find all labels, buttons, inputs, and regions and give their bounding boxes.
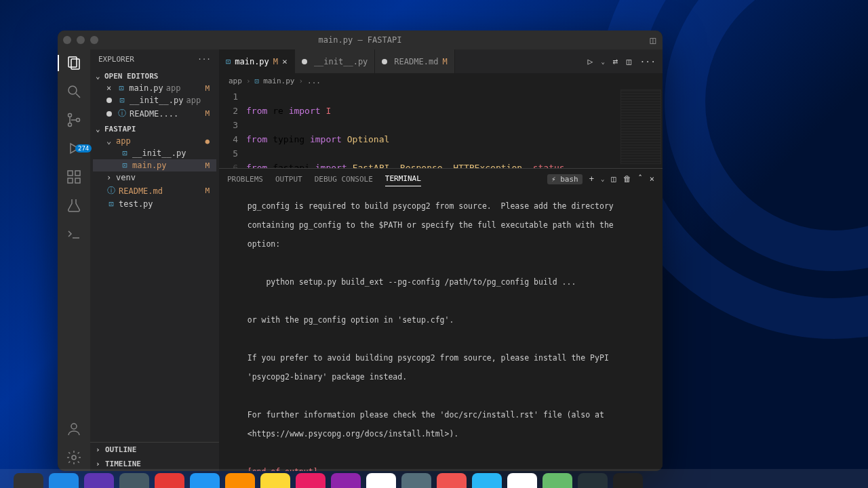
panel: PROBLEMS OUTPUT DEBUG CONSOLE TERMINAL ⚡… <box>219 168 663 471</box>
svg-line-3 <box>76 94 80 98</box>
split-icon[interactable]: ◫ <box>627 56 632 66</box>
svg-point-14 <box>72 455 76 460</box>
editor-area: ⊡ main.py M × __init__.py README.md M ▷ … <box>219 49 663 471</box>
dock-app[interactable] <box>14 473 43 488</box>
layout-toggle-icon[interactable]: ◫ <box>650 35 656 45</box>
sidebar: EXPLORER ··· ⌄OPEN EDITORS × ⊡ main.py a… <box>90 49 219 471</box>
svg-point-2 <box>68 86 77 94</box>
source-control-icon[interactable] <box>66 112 82 128</box>
python-file-icon: ⊡ <box>117 83 126 93</box>
close-icon[interactable]: × <box>282 56 288 66</box>
dock-app[interactable] <box>613 473 643 488</box>
sidebar-more-icon[interactable]: ··· <box>197 55 211 64</box>
dock-app[interactable] <box>296 473 326 488</box>
vscode-window: main.py — FASTAPI ◫ 274 EXPLORER ··· ⌄OP… <box>58 30 663 471</box>
titlebar[interactable]: main.py — FASTAPI ◫ <box>58 30 663 49</box>
python-file-icon: ⊡ <box>120 148 130 158</box>
zoom-icon[interactable] <box>90 36 98 44</box>
dock-app[interactable] <box>49 473 79 488</box>
python-file-icon: ⊡ <box>226 57 231 66</box>
shell-selector[interactable]: ⚡ bash <box>547 174 583 184</box>
dock-app[interactable] <box>366 473 396 488</box>
tab-problems[interactable]: PROBLEMS <box>227 172 263 186</box>
close-panel-icon[interactable]: × <box>650 174 654 184</box>
dock-app[interactable] <box>119 473 149 488</box>
dock-app[interactable] <box>225 473 255 488</box>
unsaved-dot-icon <box>106 98 112 103</box>
more-icon[interactable]: ··· <box>640 56 656 66</box>
dock-app[interactable] <box>472 473 502 488</box>
dock-app[interactable] <box>401 473 431 488</box>
outline-section[interactable]: ›OUTLINE <box>90 443 219 457</box>
python-file-icon: ⊡ <box>106 199 116 209</box>
code-lines[interactable]: from re import I from typing import Opti… <box>246 89 565 168</box>
dock-app[interactable] <box>542 473 572 488</box>
python-file-icon: ⊡ <box>255 77 260 85</box>
tab-terminal[interactable]: TERMINAL <box>385 171 421 186</box>
search-icon[interactable] <box>66 83 82 100</box>
run-icon[interactable]: ▷ <box>588 56 593 66</box>
svg-point-13 <box>71 424 77 429</box>
svg-rect-8 <box>68 171 73 176</box>
folder-app[interactable]: ⌄app● <box>93 135 216 147</box>
svg-rect-9 <box>75 171 80 176</box>
unsaved-dot-icon <box>302 59 307 64</box>
info-file-icon: ⓘ <box>117 108 127 119</box>
file-test[interactable]: ⊡test.py <box>93 198 216 210</box>
traffic-lights[interactable] <box>63 36 98 44</box>
breadcrumb[interactable]: app› ⊡ main.py› ... <box>219 73 663 88</box>
code-editor[interactable]: 123456 from re import I from typing impo… <box>219 88 663 168</box>
minimize-icon[interactable] <box>77 36 85 44</box>
chevron-down-icon[interactable]: ⌄ <box>601 176 604 182</box>
folder-venv[interactable]: ›venv <box>93 171 216 184</box>
open-editor-item[interactable]: ⓘ README.... M <box>93 106 216 121</box>
dock-app[interactable] <box>155 473 184 488</box>
new-terminal-icon[interactable]: + <box>589 174 594 184</box>
file-init[interactable]: ⊡__init__.py <box>93 147 216 159</box>
tab-init[interactable]: __init__.py <box>295 49 375 73</box>
dock-app[interactable] <box>260 473 290 488</box>
maximize-icon[interactable]: ˆ <box>638 174 643 184</box>
tab-bar: ⊡ main.py M × __init__.py README.md M ▷ … <box>219 49 663 73</box>
terminal-output[interactable]: pg_config is required to build psycopg2 … <box>219 189 663 471</box>
minimap[interactable] <box>620 89 661 164</box>
testing-icon[interactable] <box>66 197 82 214</box>
close-icon[interactable]: × <box>106 83 111 93</box>
open-editors-header[interactable]: ⌄OPEN EDITORS <box>93 70 216 82</box>
open-editor-item[interactable]: ⊡ __init__.py app <box>93 94 216 106</box>
sidebar-title: EXPLORER <box>98 55 134 64</box>
svg-rect-11 <box>75 178 80 183</box>
file-readme[interactable]: ⓘREADME.mdM <box>93 184 216 198</box>
open-editor-item[interactable]: × ⊡ main.py app M <box>93 82 216 94</box>
dock-app[interactable] <box>190 473 220 488</box>
dock-app[interactable] <box>507 473 537 488</box>
svg-point-6 <box>77 119 80 122</box>
explorer-icon[interactable] <box>66 55 82 71</box>
scm-badge: 274 <box>75 144 92 152</box>
project-header[interactable]: ⌄FASTAPI <box>93 123 216 135</box>
split-terminal-icon[interactable]: ◫ <box>611 174 616 184</box>
python-file-icon: ⊡ <box>117 96 127 105</box>
svg-point-5 <box>68 123 72 127</box>
tab-readme[interactable]: README.md M <box>375 49 454 73</box>
dock-app[interactable] <box>437 473 467 488</box>
remote-icon[interactable] <box>66 226 82 242</box>
tab-output[interactable]: OUTPUT <box>275 172 302 186</box>
chevron-down-icon[interactable]: ⌄ <box>601 58 604 65</box>
macos-dock[interactable] <box>0 469 868 488</box>
close-icon[interactable] <box>63 36 71 44</box>
gear-icon[interactable] <box>66 449 82 466</box>
dock-app[interactable] <box>331 473 361 488</box>
account-icon[interactable] <box>66 421 82 437</box>
dock-app[interactable] <box>84 473 114 488</box>
tab-debug-console[interactable]: DEBUG CONSOLE <box>315 172 373 186</box>
unsaved-dot-icon <box>382 59 387 64</box>
file-main[interactable]: ⊡main.pyM <box>93 159 216 171</box>
tab-main[interactable]: ⊡ main.py M × <box>219 49 295 73</box>
extensions-icon[interactable] <box>66 169 82 185</box>
trash-icon[interactable]: 🗑 <box>623 174 631 184</box>
svg-point-4 <box>68 114 72 117</box>
compare-icon[interactable]: ⇄ <box>613 56 618 66</box>
info-file-icon: ⓘ <box>106 185 116 197</box>
dock-app[interactable] <box>578 473 608 488</box>
